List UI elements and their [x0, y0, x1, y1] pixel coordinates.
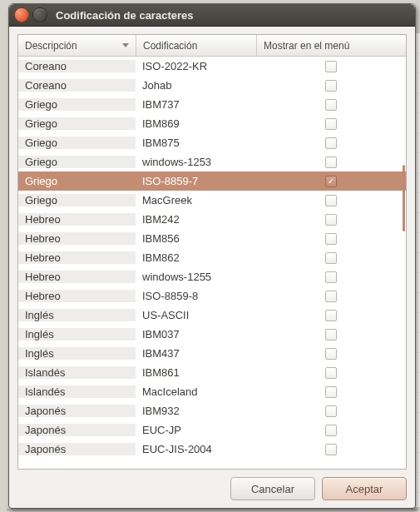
cell-encoding: ISO-8859-7: [136, 175, 255, 187]
table-row[interactable]: GriegoIBM875: [18, 133, 406, 152]
table-row[interactable]: CoreanoISO-2022-KR: [18, 57, 406, 76]
table-header-row: Descripción Codificación Mostrar en el m…: [18, 35, 406, 57]
show-in-menu-checkbox[interactable]: [325, 444, 337, 455]
scrollbar[interactable]: [403, 57, 405, 469]
cell-encoding: EUC-JP: [136, 424, 255, 436]
show-in-menu-checkbox[interactable]: [325, 425, 337, 436]
cell-show-in-menu: [255, 157, 406, 168]
cell-encoding: US-ASCII: [136, 309, 255, 321]
table-row[interactable]: GriegoIBM737: [18, 95, 406, 114]
header-show-label: Mostrar en el menú: [264, 40, 349, 52]
header-show-in-menu[interactable]: Mostrar en el menú: [257, 35, 406, 56]
cell-encoding: ISO-8859-8: [136, 290, 255, 302]
table-row[interactable]: CoreanoJohab: [18, 76, 406, 95]
minimize-icon[interactable]: [32, 7, 47, 22]
table-row[interactable]: HebreoISO-8859-8: [18, 286, 406, 306]
cell-encoding: windows-1255: [136, 271, 255, 283]
show-in-menu-checkbox[interactable]: [325, 291, 337, 302]
close-icon[interactable]: [14, 7, 29, 22]
show-in-menu-checkbox[interactable]: ✓: [325, 176, 337, 187]
cell-description: Inglés: [18, 328, 136, 341]
header-description-label: Descripción: [25, 40, 77, 52]
table-row[interactable]: JaponésEUC-JP: [18, 420, 406, 440]
cell-show-in-menu: [255, 310, 406, 321]
table-row[interactable]: HebreoIBM862: [18, 248, 406, 267]
cell-encoding: IBM861: [136, 366, 255, 379]
show-in-menu-checkbox[interactable]: [325, 157, 337, 168]
show-in-menu-checkbox[interactable]: [325, 214, 337, 226]
cell-encoding: MacIceland: [136, 385, 255, 398]
show-in-menu-checkbox[interactable]: [325, 195, 337, 206]
cell-show-in-menu: [255, 348, 406, 360]
show-in-menu-checkbox[interactable]: [325, 386, 337, 398]
cell-description: Hebreo: [18, 271, 136, 283]
cell-encoding: IBM737: [136, 98, 255, 111]
cell-encoding: MacGreek: [136, 194, 255, 206]
cell-show-in-menu: ✓: [255, 176, 406, 187]
show-in-menu-checkbox[interactable]: [325, 348, 337, 360]
table-row[interactable]: InglésIBM437: [18, 344, 406, 363]
cell-description: Islandés: [18, 385, 136, 398]
table-row[interactable]: JaponésIBM932: [18, 401, 406, 420]
cell-description: Japonés: [18, 424, 136, 436]
show-in-menu-checkbox[interactable]: [325, 252, 337, 264]
cell-description: Hebreo: [18, 251, 136, 264]
cell-show-in-menu: [255, 137, 406, 149]
table-row[interactable]: GriegoMacGreek: [18, 191, 406, 210]
show-in-menu-checkbox[interactable]: [325, 271, 337, 283]
show-in-menu-checkbox[interactable]: [325, 80, 337, 92]
cell-description: Islandés: [18, 366, 136, 379]
cell-encoding: IBM437: [136, 347, 255, 360]
cell-description: Coreano: [18, 60, 136, 72]
cancel-label: Cancelar: [251, 483, 294, 495]
cell-encoding: IBM242: [136, 213, 255, 226]
cell-encoding: IBM856: [136, 232, 255, 245]
cell-show-in-menu: [255, 444, 406, 455]
table-row[interactable]: InglésUS-ASCII: [18, 306, 406, 325]
scrollbar-thumb[interactable]: [403, 165, 405, 231]
table-row[interactable]: Griegowindows-1253: [18, 152, 406, 171]
show-in-menu-checkbox[interactable]: [325, 61, 337, 72]
show-in-menu-checkbox[interactable]: [325, 137, 337, 149]
cell-description: Griego: [18, 156, 136, 168]
table-row[interactable]: GriegoIBM869: [18, 114, 406, 133]
encoding-table: Descripción Codificación Mostrar en el m…: [17, 34, 407, 470]
cell-description: Hebreo: [18, 232, 136, 245]
show-in-menu-checkbox[interactable]: [325, 233, 337, 245]
cancel-button[interactable]: Cancelar: [230, 477, 315, 500]
cell-show-in-menu: [255, 80, 406, 92]
show-in-menu-checkbox[interactable]: [325, 329, 337, 341]
titlebar[interactable]: Codificación de caracteres: [9, 4, 415, 27]
table-row[interactable]: HebreoIBM856: [18, 229, 406, 248]
table-row[interactable]: JaponésEUC-JIS-2004: [18, 440, 406, 459]
show-in-menu-checkbox[interactable]: [325, 405, 337, 417]
show-in-menu-checkbox[interactable]: [325, 99, 337, 111]
cell-encoding: IBM875: [136, 137, 255, 149]
table-row[interactable]: HebreoIBM242: [18, 210, 406, 229]
window-title: Codificación de caracteres: [56, 9, 193, 22]
table-row[interactable]: InglésIBM037: [18, 325, 406, 344]
table-row[interactable]: GriegoISO-8859-7✓: [18, 171, 406, 191]
cell-encoding: Johab: [136, 79, 255, 92]
dialog-buttons: Cancelar Aceptar: [17, 470, 407, 500]
header-description[interactable]: Descripción: [18, 35, 136, 56]
cell-show-in-menu: [255, 271, 406, 283]
table-row[interactable]: IslandésMacIceland: [18, 382, 406, 401]
cell-encoding: IBM869: [136, 117, 255, 130]
show-in-menu-checkbox[interactable]: [325, 118, 337, 130]
table-body[interactable]: CoreanoISO-2022-KRCoreanoJohabGriegoIBM7…: [18, 57, 406, 469]
cell-show-in-menu: [255, 425, 406, 436]
cell-description: Griego: [18, 117, 136, 130]
cell-show-in-menu: [255, 252, 406, 264]
cell-encoding: IBM037: [136, 328, 255, 341]
show-in-menu-checkbox[interactable]: [325, 310, 337, 321]
cell-description: Hebreo: [18, 290, 136, 302]
cell-show-in-menu: [255, 233, 406, 245]
table-row[interactable]: Hebreowindows-1255: [18, 267, 406, 286]
accept-button[interactable]: Aceptar: [322, 477, 407, 500]
cell-encoding: ISO-2022-KR: [136, 60, 255, 72]
show-in-menu-checkbox[interactable]: [325, 367, 337, 379]
header-encoding[interactable]: Codificación: [136, 35, 257, 56]
table-row[interactable]: IslandésIBM861: [18, 363, 406, 382]
cell-description: Inglés: [18, 347, 136, 360]
